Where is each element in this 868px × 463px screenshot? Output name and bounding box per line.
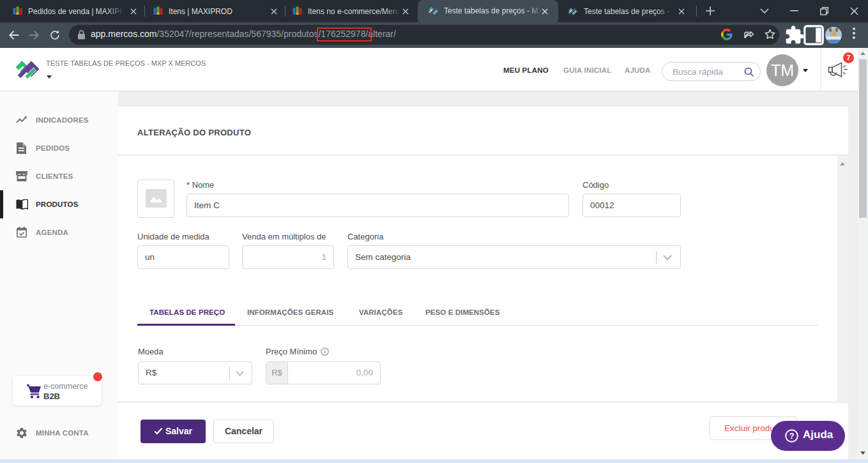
svg-text:?: ? bbox=[789, 432, 795, 441]
